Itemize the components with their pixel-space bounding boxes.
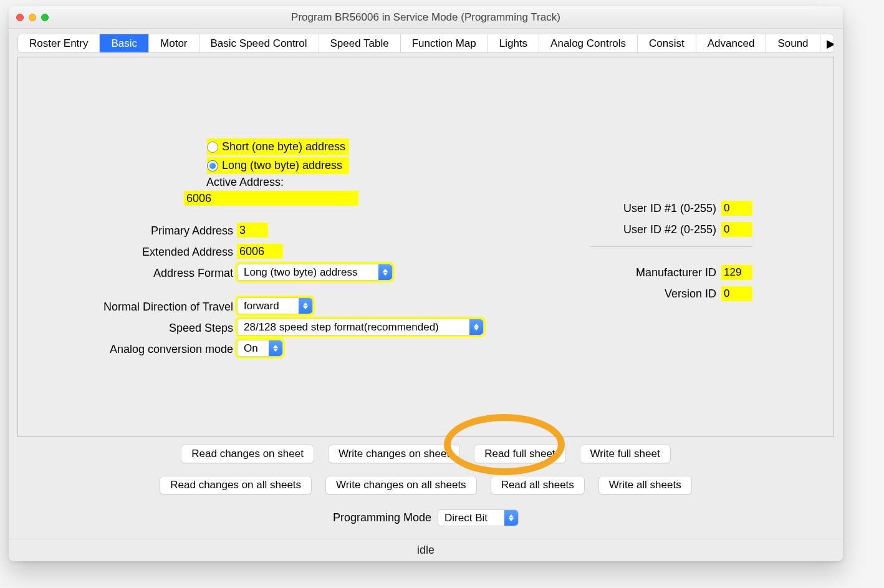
sheet-buttons-row: Read changes on sheet Write changes on s…	[9, 445, 843, 463]
chevron-up-down-icon	[469, 319, 483, 335]
write-changes-all-button[interactable]: Write changes on all sheets	[325, 476, 477, 494]
main-panel: Short (one byte) address Long (two byte)…	[17, 57, 834, 437]
tab-analog-controls[interactable]: Analog Controls	[539, 34, 638, 52]
tab-function-map[interactable]: Function Map	[401, 34, 488, 52]
analog-select[interactable]: On	[237, 340, 283, 357]
tab-speed-table[interactable]: Speed Table	[319, 34, 401, 52]
extended-address-label: Extended Address	[59, 246, 233, 259]
chevron-up-down-icon	[378, 264, 392, 280]
programming-mode-row: Programming Mode Direct Bit	[9, 509, 843, 526]
user-id1-row: User ID #1 (0-255) 0	[590, 198, 752, 219]
analog-value: On	[238, 342, 264, 355]
tab-lights[interactable]: Lights	[488, 34, 539, 52]
write-changes-sheet-button[interactable]: Write changes on sheet	[328, 445, 460, 463]
version-row: Version ID 0	[590, 283, 752, 304]
read-all-sheets-button[interactable]: Read all sheets	[491, 476, 585, 494]
manufacturer-label: Manufacturer ID	[636, 266, 716, 279]
chevron-up-down-icon	[504, 510, 518, 526]
direction-select[interactable]: forward	[237, 297, 313, 314]
manufacturer-value[interactable]: 129	[721, 265, 752, 280]
read-changes-sheet-button[interactable]: Read changes on sheet	[181, 445, 314, 463]
address-radio-group: Short (one byte) address Long (two byte)…	[207, 138, 349, 174]
programming-mode-select[interactable]: Direct Bit	[438, 509, 519, 526]
address-format-label: Address Format	[59, 267, 233, 280]
chevron-up-down-icon	[269, 340, 282, 356]
radio-icon	[207, 142, 218, 153]
active-address-label: Active Address:	[206, 176, 284, 189]
close-icon[interactable]	[16, 14, 24, 21]
user-id1-label: User ID #1 (0-255)	[623, 202, 716, 215]
user-id2-value[interactable]: 0	[721, 222, 752, 237]
write-all-sheets-button[interactable]: Write all sheets	[598, 476, 692, 494]
user-id2-label: User ID #2 (0-255)	[623, 223, 716, 236]
titlebar: Program BR56006 in Service Mode (Program…	[9, 6, 843, 29]
tab-basic-speed-control[interactable]: Basic Speed Control	[199, 34, 319, 52]
status-bar: idle	[9, 539, 843, 561]
tabs-overflow-icon[interactable]: ▶	[820, 34, 834, 52]
tab-basic[interactable]: Basic	[100, 34, 149, 52]
window: Program BR56006 in Service Mode (Program…	[9, 6, 843, 561]
minimize-icon[interactable]	[29, 14, 36, 21]
radio-selected-icon	[207, 160, 218, 171]
primary-address-label: Primary Address	[59, 224, 233, 238]
read-changes-all-button[interactable]: Read changes on all sheets	[160, 476, 312, 494]
direction-value: forward	[238, 300, 286, 312]
version-label: Version ID	[665, 287, 716, 301]
chevron-up-down-icon	[299, 298, 312, 314]
status-text: idle	[417, 544, 435, 557]
read-full-sheet-button[interactable]: Read full sheet	[474, 445, 565, 463]
speed-steps-select[interactable]: 28/128 speed step format(recommended)	[237, 319, 484, 335]
primary-address-value[interactable]: 3	[237, 223, 268, 238]
active-address-value[interactable]: 6006	[184, 191, 358, 206]
tab-roster-entry[interactable]: Roster Entry	[18, 34, 100, 52]
address-format-select[interactable]: Long (two byte) address	[237, 264, 393, 281]
address-format-value: Long (two byte) address	[238, 266, 363, 279]
tab-motor[interactable]: Motor	[149, 34, 199, 52]
manufacturer-row: Manufacturer ID 129	[590, 262, 752, 283]
tabs: Roster Entry Basic Motor Basic Speed Con…	[17, 34, 834, 53]
extended-address-value[interactable]: 6006	[237, 244, 283, 259]
speed-steps-value: 28/128 speed step format(recommended)	[238, 321, 445, 334]
write-full-sheet-button[interactable]: Write full sheet	[580, 445, 671, 463]
tab-sound[interactable]: Sound	[766, 34, 820, 52]
window-title: Program BR56006 in Service Mode (Program…	[9, 11, 843, 24]
speed-steps-label: Speed Steps	[59, 322, 233, 335]
all-sheets-buttons-row: Read changes on all sheets Write changes…	[9, 476, 843, 494]
radio-short-label: Short (one byte) address	[222, 140, 345, 153]
radio-short-address[interactable]: Short (one byte) address	[207, 138, 349, 155]
direction-label: Normal Direction of Travel	[59, 301, 233, 314]
tab-advanced[interactable]: Advanced	[696, 34, 767, 52]
radio-long-label: Long (two byte) address	[222, 159, 342, 172]
analog-label: Analog conversion mode	[59, 343, 233, 356]
window-controls	[16, 14, 49, 21]
programming-mode-label: Programming Mode	[333, 511, 431, 524]
tab-consist[interactable]: Consist	[638, 34, 696, 52]
user-id2-row: User ID #2 (0-255) 0	[590, 219, 752, 240]
version-value[interactable]: 0	[721, 286, 752, 301]
radio-long-address[interactable]: Long (two byte) address	[207, 157, 349, 174]
zoom-icon[interactable]	[41, 14, 49, 21]
divider	[590, 246, 752, 247]
user-id1-value[interactable]: 0	[721, 201, 752, 216]
programming-mode-value: Direct Bit	[438, 512, 494, 524]
right-column: User ID #1 (0-255) 0 User ID #2 (0-255) …	[590, 198, 752, 304]
